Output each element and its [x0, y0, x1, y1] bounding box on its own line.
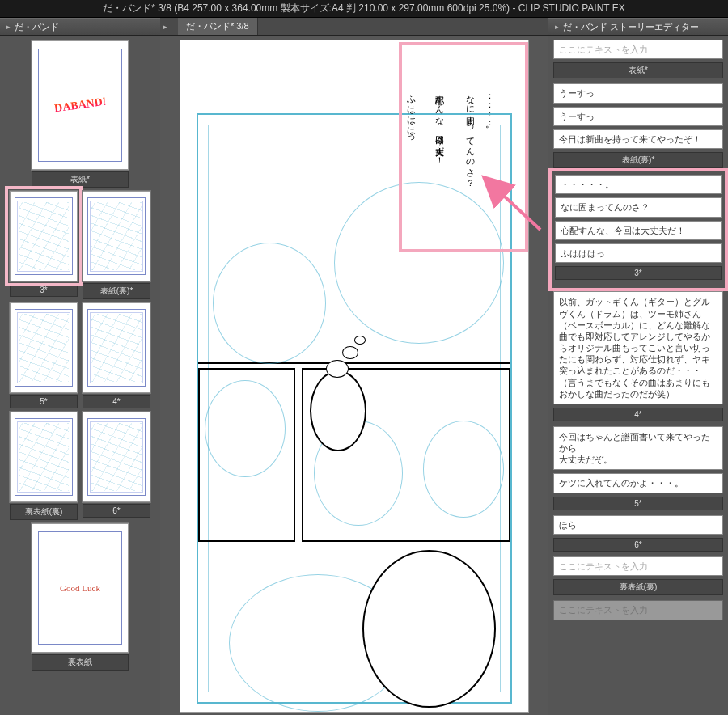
thumb-cell-cover-back[interactable]: 表紙(裏)*: [83, 191, 150, 299]
story-line-input[interactable]: ここにテキストを入力: [553, 40, 723, 59]
page-thumb[interactable]: [10, 191, 78, 281]
manga-page[interactable]: ：：：：。 なに固まってんのさ？ 心配すんな 今回は大丈夫だ！ ふはははっ: [180, 40, 528, 712]
dialogue-text[interactable]: ：：：：。: [481, 89, 497, 133]
thumb-label: 裏表紙: [32, 654, 129, 671]
thumb-cell-backcover[interactable]: Good Luck 裏表紙: [32, 523, 129, 671]
thumb-cell-backcover-inside[interactable]: 裏表紙(裏): [10, 412, 78, 520]
window-title: だ・バンド* 3/8 (B4 257.00 x 364.00mm 製本サイズ:A…: [103, 2, 625, 15]
story-section-label: 表紙(裏)*: [553, 152, 723, 168]
story-section-cover-back: うーすっ うーすっ 今日は新曲を持って来てやったぞ！ 表紙(裏)*: [553, 83, 723, 168]
thumb-label: 3*: [10, 283, 78, 297]
page-thumb[interactable]: [10, 302, 78, 393]
thumb-label: 6*: [83, 504, 150, 518]
story-line-input[interactable]: ほら: [553, 515, 723, 535]
story-editor-header[interactable]: ▸ だ・バンド ストーリーエディター: [548, 18, 728, 36]
story-section-backcover-inside: ここにテキストを入力 裏表紙(裏): [553, 556, 723, 595]
page-thumb[interactable]: [83, 191, 150, 281]
thumb-cell-3[interactable]: 3*: [10, 191, 78, 299]
page-thumbnails[interactable]: DABAND! 表紙* 3* 表紙(裏)*: [0, 36, 160, 715]
window-titlebar: だ・バンド* 3/8 (B4 257.00 x 364.00mm 製本サイズ:A…: [0, 0, 728, 18]
story-line-input[interactable]: うーすっ: [553, 107, 723, 126]
thumb-label: 表紙*: [32, 171, 129, 188]
story-line-input[interactable]: 今日は新曲を持って来てやったぞ！: [553, 129, 723, 149]
document-tab-label: だ・バンド* 3/8: [186, 20, 249, 32]
story-section-6: ほら 6*: [553, 515, 723, 552]
page-thumb[interactable]: [83, 412, 150, 502]
story-line-input[interactable]: ここにテキストを入力: [553, 600, 723, 620]
story-section-label: 裏表紙(裏): [553, 579, 723, 595]
story-section-cover: ここにテキストを入力 表紙*: [553, 40, 723, 78]
thumb-cell-5[interactable]: 5*: [10, 302, 78, 408]
story-section-label: 5*: [553, 497, 723, 510]
collapse-icon: ▸: [163, 23, 167, 31]
thumb-cell-4[interactable]: 4*: [83, 302, 150, 408]
dialogue-text[interactable]: 心配すんな 今回は大丈夫だ！: [431, 89, 447, 159]
story-editor-title: だ・バンド ストーリーエディター: [563, 21, 699, 33]
story-section-label: 表紙*: [553, 62, 723, 78]
collapse-icon: ▸: [555, 23, 559, 31]
story-line-input[interactable]: ふはははっ: [555, 243, 722, 263]
dialogue-text[interactable]: ふはははっ: [403, 89, 419, 142]
story-line-input[interactable]: 今回はちゃんと譜面書いて来てやったから 大丈夫だぞ。: [553, 426, 723, 471]
story-line-input[interactable]: なに固まってんのさ？: [555, 197, 722, 217]
thumb-label: 4*: [83, 395, 150, 408]
story-editor-body[interactable]: ここにテキストを入力 表紙* うーすっ うーすっ 今日は新曲を持って来てやったぞ…: [548, 36, 728, 715]
page-manager-panel: ▸ だ・バンド DABAND! 表紙* 3*: [0, 18, 160, 715]
document-tabbar[interactable]: ▸ だ・バンド* 3/8: [160, 18, 548, 36]
thumb-label: 裏表紙(裏): [10, 504, 78, 520]
story-long-text[interactable]: 以前、ガットギくん（ギター）とグルヴくん（ドラム）は、ツーモ姉さん（ベースボーカ…: [553, 291, 723, 404]
story-section-label: 6*: [553, 538, 723, 552]
story-line-input[interactable]: うーすっ: [553, 83, 723, 103]
story-line-input[interactable]: ケツに入れてんのかよ・・・。: [553, 473, 723, 493]
page-thumb[interactable]: Good Luck: [32, 523, 129, 653]
story-line-input[interactable]: 心配すんな、今回は大丈夫だ！: [555, 221, 722, 240]
story-section-4: 以前、ガットギくん（ギター）とグルヴくん（ドラム）は、ツーモ姉さん（ベースボーカ…: [553, 291, 723, 421]
dialogue-text[interactable]: なに固まってんのさ？: [462, 89, 478, 182]
story-section-label: 4*: [553, 408, 723, 421]
page-manager-header[interactable]: ▸ だ・バンド: [0, 18, 160, 36]
document-tab[interactable]: だ・バンド* 3/8: [178, 18, 258, 35]
thumb-label: 表紙(裏)*: [83, 283, 150, 299]
page-thumb[interactable]: [10, 412, 78, 502]
thumb-cell-6[interactable]: 6*: [83, 412, 150, 520]
story-editor-panel: ▸ だ・バンド ストーリーエディター ここにテキストを入力 表紙* うーすっ う…: [548, 18, 728, 715]
story-section-label: 3*: [555, 266, 722, 280]
thumb-label: 5*: [10, 395, 78, 408]
thumb-cell-cover[interactable]: DABAND! 表紙*: [32, 40, 129, 188]
canvas-viewport[interactable]: ：：：：。 なに固まってんのさ？ 心配すんな 今回は大丈夫だ！ ふはははっ: [160, 36, 548, 715]
main-layout: ▸ だ・バンド DABAND! 表紙* 3*: [0, 18, 728, 715]
canvas-panel: ▸ だ・バンド* 3/8: [160, 18, 548, 715]
story-line-input[interactable]: ここにテキストを入力: [553, 556, 723, 576]
page-thumb[interactable]: [83, 302, 150, 393]
story-section-5: 今回はちゃんと譜面書いて来てやったから 大丈夫だぞ。 ケツに入れてんのかよ・・・…: [553, 426, 723, 510]
story-line-input[interactable]: ・・・・・。: [555, 175, 722, 194]
page-thumb[interactable]: DABAND!: [32, 40, 129, 170]
collapse-icon: ▸: [6, 23, 11, 31]
story-section-3: ・・・・・。 なに固まってんのさ？ 心配すんな、今回は大丈夫だ！ ふはははっ 3…: [553, 173, 723, 286]
page-manager-title: だ・バンド: [15, 21, 59, 33]
